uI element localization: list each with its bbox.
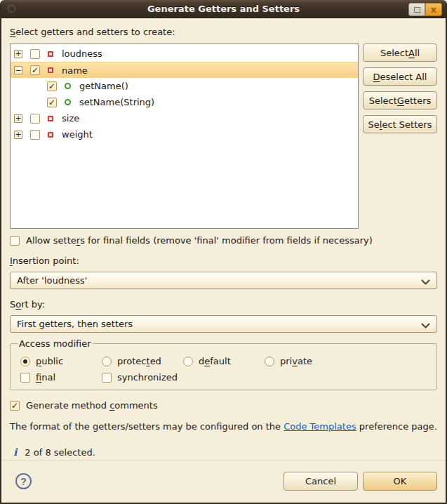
side-button-column: Select All Deselect All Select Getters S…: [363, 44, 437, 229]
radio-label: private: [280, 356, 312, 366]
close-icon: x: [431, 5, 436, 14]
code-templates-link[interactable]: Code Templates: [283, 421, 356, 432]
tree-row-label: name: [62, 65, 88, 76]
final-checkbox[interactable]: [20, 373, 30, 383]
size-checkbox[interactable]: [30, 114, 40, 124]
status-text: 2 of 8 selected.: [25, 447, 95, 458]
tree-row-loudness[interactable]: + loudness: [11, 46, 358, 62]
allow-setters-label: Allow setters for final fields (remove '…: [26, 235, 373, 246]
insertion-point-value: After 'loudness': [17, 275, 87, 286]
tree-row-label: loudness: [62, 48, 102, 59]
select-getters-button[interactable]: Select Getters: [363, 91, 437, 110]
titlebar: Generate Getters and Setters x: [1, 0, 446, 18]
access-modifier-legend: Access modifier: [18, 338, 93, 349]
tree-row-weight[interactable]: + weight: [11, 126, 358, 142]
member-tree[interactable]: + loudness − ✓ name ✓ getName(): [10, 44, 359, 229]
sort-by-label: Sort by:: [10, 299, 437, 310]
select-setters-button[interactable]: Select Setters: [363, 115, 437, 133]
insertion-point-combo[interactable]: After 'loudness': [10, 272, 437, 289]
synchronized-checkbox[interactable]: [102, 373, 112, 383]
tree-row-getname[interactable]: ✓ getName(): [11, 78, 358, 94]
insertion-point-label: Insertion point:: [10, 256, 437, 266]
tree-row-name[interactable]: − ✓ name: [11, 62, 358, 78]
window-menu-icon[interactable]: [8, 5, 15, 13]
generate-comments-label: Generate method comments: [26, 400, 158, 411]
public-method-icon: [65, 83, 71, 89]
radio-button-icon[interactable]: [183, 357, 193, 366]
format-hint-text: The format of the getters/setters may be…: [10, 421, 437, 432]
private-field-icon: [48, 67, 53, 73]
info-icon: i: [13, 446, 17, 458]
private-field-icon: [48, 132, 53, 138]
chevron-down-icon: [421, 321, 430, 331]
radio-label: public: [36, 356, 63, 366]
radio-row: public protected default private: [20, 356, 427, 366]
loudness-checkbox[interactable]: [30, 49, 40, 59]
collapse-icon[interactable]: −: [14, 66, 22, 74]
format-hint-prefix: The format of the getters/setters may be…: [10, 421, 283, 432]
generate-getters-setters-dialog: Generate Getters and Setters x Select ge…: [0, 0, 447, 504]
tree-row-size[interactable]: + size: [11, 110, 358, 126]
name-checkbox[interactable]: ✓: [30, 65, 40, 75]
radio-label: default: [199, 356, 231, 366]
format-hint-suffix: preference page.: [356, 421, 437, 432]
weight-checkbox[interactable]: [30, 130, 40, 140]
public-method-icon: [65, 99, 71, 105]
radio-button-icon[interactable]: [20, 357, 30, 366]
help-button[interactable]: ?: [15, 473, 32, 489]
generate-comments-row[interactable]: ✓ Generate method comments: [10, 400, 437, 411]
maximize-button[interactable]: [408, 3, 425, 16]
expand-icon[interactable]: +: [14, 50, 22, 58]
radio-private[interactable]: private: [265, 356, 312, 366]
deselect-all-button[interactable]: Deselect All: [363, 67, 437, 86]
select-all-button[interactable]: Select All: [363, 44, 437, 62]
window-title: Generate Getters and Setters: [147, 4, 300, 14]
allow-setters-row[interactable]: Allow setters for final fields (remove '…: [10, 235, 437, 246]
main-row: + loudness − ✓ name ✓ getName(): [10, 44, 437, 229]
radio-protected[interactable]: protected: [102, 356, 183, 366]
ok-button[interactable]: OK: [363, 472, 437, 491]
tree-row-setname[interactable]: ✓ setName(String): [11, 94, 358, 110]
sort-by-combo[interactable]: First getters, then setters: [10, 315, 437, 333]
radio-public[interactable]: public: [20, 356, 102, 366]
radio-button-icon[interactable]: [102, 357, 112, 366]
tree-row-label: getName(): [79, 81, 128, 91]
checkbox-label: final: [36, 372, 55, 383]
checkbox-label: synchronized: [117, 372, 178, 383]
getname-checkbox[interactable]: ✓: [47, 81, 57, 91]
tree-row-label: weight: [62, 129, 93, 140]
radio-default[interactable]: default: [183, 356, 265, 366]
radio-button-icon[interactable]: [265, 357, 274, 366]
synchronized-checkbox-item[interactable]: synchronized: [102, 372, 178, 383]
private-field-icon: [48, 51, 53, 57]
window-controls: x: [408, 3, 442, 16]
expand-icon[interactable]: +: [14, 114, 22, 123]
final-checkbox-item[interactable]: final: [20, 372, 102, 383]
select-prompt-label: Select getters and setters to create:: [10, 27, 437, 37]
chevron-down-icon: [421, 277, 430, 288]
close-button[interactable]: x: [425, 3, 442, 16]
private-field-icon: [48, 116, 53, 121]
access-modifier-group: Access modifier public protected default…: [10, 338, 437, 390]
generate-comments-checkbox[interactable]: ✓: [10, 401, 20, 411]
dialog-content: Select getters and setters to create: + …: [1, 18, 446, 501]
tree-row-label: size: [62, 113, 79, 124]
setname-checkbox[interactable]: ✓: [47, 98, 57, 107]
cancel-button[interactable]: Cancel: [283, 472, 358, 491]
maximize-icon: [414, 7, 420, 13]
status-row: i 2 of 8 selected.: [13, 446, 437, 458]
radio-label: protected: [117, 356, 161, 366]
tree-row-label: setName(String): [79, 97, 154, 107]
allow-setters-checkbox[interactable]: [10, 236, 20, 246]
button-bar: ? Cancel OK: [10, 472, 437, 491]
modifier-checkbox-row: final synchronized: [20, 372, 427, 383]
expand-icon[interactable]: +: [14, 131, 22, 139]
sort-by-value: First getters, then setters: [17, 319, 133, 329]
button-bar-separator: [1, 460, 446, 460]
